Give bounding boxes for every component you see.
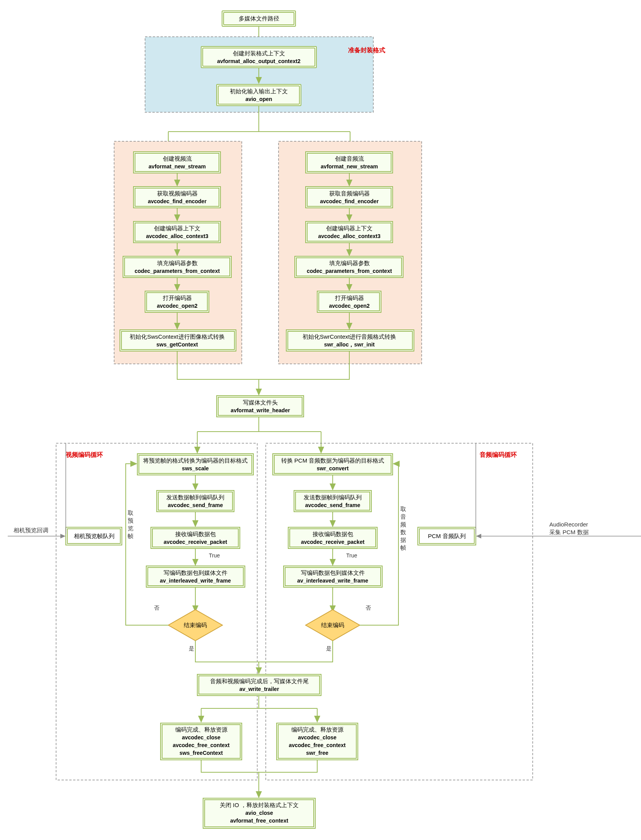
node-avio-open: 初始化输入输出上下文 avio_open [217,84,301,106]
svg-text:据: 据 [400,537,406,543]
svg-text:avformat_free_context: avformat_free_context [230,818,289,824]
node-alloc-output: 创建封装格式上下文 avformat_alloc_output_context2 [201,46,316,68]
svg-text:创建编码器上下文: 创建编码器上下文 [154,225,200,231]
svg-text:True: True [209,552,220,559]
svg-text:avcodec_free_context: avcodec_free_context [173,742,229,748]
vp-open2: 打开编码器avcodec_open2 [145,291,209,312]
svg-text:发送数据帧到编码队列: 发送数据帧到编码队列 [166,494,224,501]
svg-text:avformat_write_header: avformat_write_header [231,407,290,413]
svg-text:avio_close: avio_close [245,810,273,816]
svg-text:编码完成、释放资源: 编码完成、释放资源 [291,726,344,733]
svg-text:avcodec_close: avcodec_close [182,734,221,741]
svg-text:avcodec_find_encoder: avcodec_find_encoder [320,198,379,204]
svg-text:打开编码器: 打开编码器 [335,295,364,301]
vl-queue: 相机预览帧队列 [66,527,122,545]
svg-text:创建编码器上下文: 创建编码器上下文 [326,225,373,231]
svg-text:音: 音 [400,513,406,520]
svg-text:codec_parameters_from_context: codec_parameters_from_context [135,268,220,274]
flowchart: 多媒体文件路径 准备封装格式 创建封装格式上下文 avformat_alloc_… [8,8,641,840]
node-file-path: 多媒体文件路径 [222,11,296,26]
node-write-header: 写媒体文件头avformat_write_header [217,396,304,417]
svg-text:填充编码器参数: 填充编码器参数 [329,260,370,266]
svg-text:avcodec_open2: avcodec_open2 [157,303,197,309]
svg-text:写编码数据包到媒体文件: 写编码数据包到媒体文件 [301,569,365,576]
al-ext1: AudioRecorder [549,521,588,528]
label-vloop: 视频编码循环 [65,451,103,458]
svg-text:创建封装格式上下文: 创建封装格式上下文 [233,50,285,57]
svg-text:PCM 音频队列: PCM 音频队列 [428,533,466,539]
ap-open2: 打开编码器avcodec_open2 [317,291,381,312]
svg-text:avformat_new_stream: avformat_new_stream [321,163,378,170]
al-receive-packet: 接收编码数据包avcodec_receive_packet [288,527,377,549]
svg-text:avcodec_receive_packet: avcodec_receive_packet [164,539,227,545]
node-trailer: 音频和视频编码完成后，写媒体文件尾av_write_trailer [197,674,321,696]
ap-swr-ctx: 初始化SwrContext进行音频格式转换swr_alloc，swr_init [286,330,414,351]
label-format: 准备封装格式 [348,47,385,53]
svg-text:取: 取 [128,509,133,516]
svg-text:编码完成、释放资源: 编码完成、释放资源 [175,726,227,733]
svg-text:avcodec_receive_packet: avcodec_receive_packet [301,539,365,545]
svg-text:是: 是 [189,645,194,651]
svg-text:获取视频编码器: 获取视频编码器 [157,190,198,197]
vl-sws-scale: 将预览帧的格式转换为编码器的目标格式sws_scale [137,454,253,475]
node-release-video: 编码完成、释放资源 avcodec_close avcodec_free_con… [161,723,242,760]
svg-text:swr_free: swr_free [306,750,328,756]
svg-text:av_interleaved_write_frame: av_interleaved_write_frame [160,578,231,584]
svg-text:swr_convert: swr_convert [317,465,349,471]
svg-text:avio_open: avio_open [245,96,272,102]
svg-text:av_interleaved_write_frame: av_interleaved_write_frame [297,578,368,584]
svg-text:初始化SwsContext进行图像格式转换: 初始化SwsContext进行图像格式转换 [130,333,224,340]
svg-text:预: 预 [128,517,133,524]
svg-text:打开编码器: 打开编码器 [162,295,192,301]
svg-text:sws_getContext: sws_getContext [156,341,198,348]
al-queue: PCM 音频队列 [418,527,476,545]
al-loop-label: 取 音 频 数 据 帧 [400,506,406,551]
svg-text:获取音频编码器: 获取音频编码器 [329,190,370,197]
svg-text:avcodec_send_frame: avcodec_send_frame [168,502,223,508]
svg-text:写编码数据包到媒体文件: 写编码数据包到媒体文件 [164,569,227,576]
al-decision: 结束编码 [306,610,360,641]
watermark-box [441,674,526,770]
svg-text:sws_scale: sws_scale [182,465,209,471]
svg-text:结束编码: 结束编码 [321,622,344,628]
vl-ext: 相机预览回调 [14,527,48,533]
vl-loop-label: 取 预 览 帧 [128,509,133,539]
svg-text:相机预览帧队列: 相机预览帧队列 [74,533,115,539]
svg-text:填充编码器参数: 填充编码器参数 [157,260,198,266]
svg-text:初始化输入输出上下文: 初始化输入输出上下文 [230,88,288,94]
svg-text:True: True [346,552,357,559]
svg-text:swr_alloc，swr_init: swr_alloc，swr_init [324,341,375,348]
svg-text:avcodec_find_encoder: avcodec_find_encoder [148,198,207,204]
svg-text:结束编码: 结束编码 [184,622,207,628]
vl-receive-packet: 接收编码数据包avcodec_receive_packet [151,527,240,549]
svg-text:否: 否 [154,605,159,611]
svg-text:频: 频 [400,521,406,528]
ap-new-stream: 创建音频流avformat_new_stream [306,152,393,173]
svg-text:avformat_alloc_output_context2: avformat_alloc_output_context2 [217,58,301,64]
vp-params: 填充编码器参数codec_parameters_from_context [123,256,231,278]
svg-text:多媒体文件路径: 多媒体文件路径 [239,15,279,22]
svg-text:关闭 IO ，释放封装格式上下文: 关闭 IO ，释放封装格式上下文 [220,802,299,808]
svg-text:否: 否 [366,605,371,611]
svg-text:创建音频流: 创建音频流 [335,155,364,162]
svg-text:avcodec_send_frame: avcodec_send_frame [305,502,361,508]
vp-sws-ctx: 初始化SwsContext进行图像格式转换sws_getContext [120,330,236,351]
svg-text:写媒体文件头: 写媒体文件头 [243,399,278,406]
label-aloop: 音频编码循环 [479,451,517,458]
vl-decision: 结束编码 [168,610,222,641]
vp-new-stream: 创建视频流avformat_new_stream [133,152,221,173]
vl-write-frame: 写编码数据包到媒体文件av_interleaved_write_frame [146,566,245,587]
svg-text:帧: 帧 [128,533,133,539]
svg-text:将预览帧的格式转换为编码器的目标格式: 将预览帧的格式转换为编码器的目标格式 [143,457,248,464]
svg-text:avcodec_close: avcodec_close [298,734,337,741]
svg-text:是: 是 [326,645,332,651]
vl-send-frame: 发送数据帧到编码队列avcodec_send_frame [157,490,234,512]
al-ext2: 采集 PCM 数据 [549,529,589,535]
svg-text:创建视频流: 创建视频流 [163,155,192,162]
svg-text:avformat_new_stream: avformat_new_stream [149,163,206,170]
svg-text:codec_parameters_from_context: codec_parameters_from_context [307,268,392,274]
svg-text:发送数据帧到编码队列: 发送数据帧到编码队列 [304,494,362,501]
svg-text:avcodec_free_context: avcodec_free_context [289,742,345,748]
ap-params: 填充编码器参数codec_parameters_from_context [295,256,403,278]
svg-text:取: 取 [400,506,406,512]
